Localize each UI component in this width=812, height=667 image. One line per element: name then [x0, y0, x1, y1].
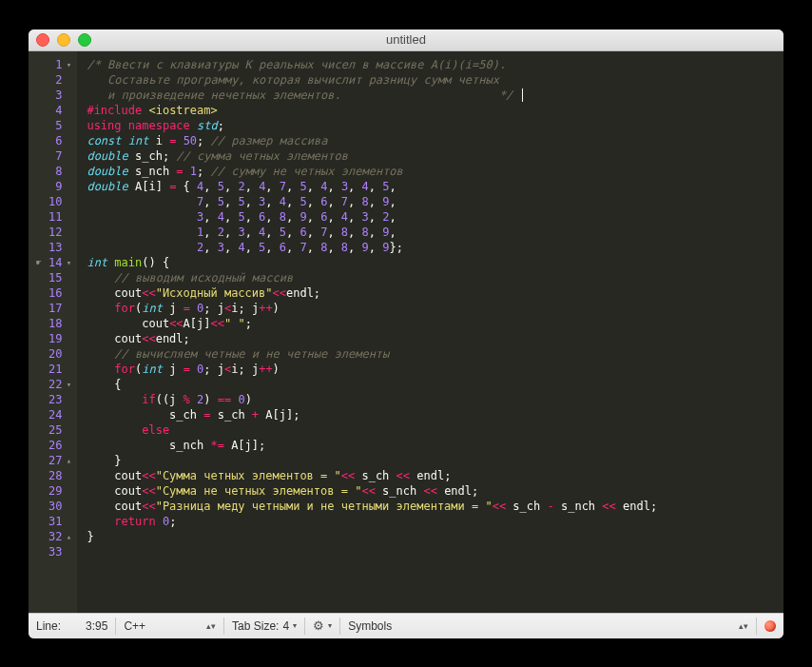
code-line[interactable]: double s_nch = 1; // сумму не четных эле… [87, 164, 783, 179]
gutter-row[interactable]: 4 [36, 103, 73, 118]
settings-button[interactable]: ⚙ ▾ [313, 618, 332, 633]
gutter-row[interactable]: 17 [36, 301, 73, 316]
text-cursor [522, 88, 523, 102]
gutter-row[interactable]: 33 [36, 544, 73, 559]
gutter-row[interactable]: 1▾ [36, 57, 73, 72]
gutter-row[interactable]: 9 [36, 179, 73, 194]
code-line[interactable]: 7, 5, 5, 3, 4, 5, 6, 7, 8, 9, [87, 194, 783, 209]
gutter-row[interactable]: 22▾ [36, 377, 73, 392]
statusbar-sep [223, 618, 224, 635]
gutter-row[interactable]: 6 [36, 133, 73, 148]
gutter-row[interactable]: 23 [36, 392, 73, 407]
fold-icon[interactable]: ▾ [64, 57, 73, 72]
language-label: C++ [124, 619, 145, 633]
gutter-row[interactable]: 21 [36, 362, 73, 377]
gutter-row[interactable]: 27▴ [36, 453, 73, 468]
gutter-row[interactable]: 16 [36, 285, 73, 301]
editor-area: 1▾2345678910111213☛14▾1516171819202122▾2… [29, 51, 783, 613]
gutter-row[interactable]: 24 [36, 407, 73, 422]
close-window-button[interactable] [36, 33, 49, 47]
window-title: untitled [29, 32, 783, 47]
status-bar: Line: 3:95 C++ ▴▾ Tab Size: 4 ▾ ⚙ ▾ Symb… [29, 613, 783, 638]
code-line[interactable]: for(int j = 0; j<i; j++) [87, 301, 783, 316]
fold-icon[interactable]: ▾ [64, 255, 73, 270]
code-line[interactable] [87, 544, 783, 559]
window-controls [36, 33, 91, 47]
gutter-row[interactable]: 10 [36, 194, 73, 209]
code-line[interactable]: s_nch *= A[j]; [87, 438, 783, 453]
code-line[interactable]: double s_ch; // сумма четных элементов [87, 148, 783, 164]
code-line[interactable]: } [87, 529, 783, 544]
code-line[interactable]: cout<<"Сумма не четных элементов = "<< s… [87, 483, 783, 499]
code-line[interactable]: { [87, 377, 783, 392]
code-line[interactable]: cout<<A[j]<<" "; [87, 316, 783, 331]
code-line[interactable]: int main() { [87, 255, 783, 270]
tab-size-selector[interactable]: Tab Size: 4 ▾ [232, 619, 297, 633]
code-line[interactable]: cout<<endl; [87, 331, 783, 346]
code-line[interactable]: s_ch = s_ch + A[j]; [87, 407, 783, 422]
code-line[interactable]: for(int j = 0; j<i; j++) [87, 362, 783, 377]
gutter-row[interactable]: 2 [36, 72, 73, 88]
code-line[interactable]: cout<<"Исходный массив"<<endl; [87, 285, 783, 301]
tab-size-label: Tab Size: [232, 619, 279, 633]
code-line[interactable]: // выводим исходный массив [87, 270, 783, 285]
code-line[interactable]: using namespace std; [87, 118, 783, 133]
fold-icon[interactable]: ▴ [64, 529, 73, 544]
fold-icon[interactable]: ▴ [64, 453, 73, 468]
gutter-row[interactable]: 11 [36, 209, 73, 225]
code-line[interactable]: return 0; [87, 514, 783, 529]
language-selector[interactable]: C++ ▴▾ [124, 619, 216, 633]
chevron-updown-icon[interactable]: ▴▾ [739, 623, 748, 629]
gutter-row[interactable]: 7 [36, 148, 73, 164]
gutter-row[interactable]: ☛14▾ [36, 255, 73, 270]
gutter-row[interactable]: 26 [36, 438, 73, 453]
maximize-window-button[interactable] [78, 33, 91, 47]
code-line[interactable]: cout<<"Сумма четных элементов = "<< s_ch… [87, 468, 783, 483]
code-line[interactable]: else [87, 422, 783, 438]
gutter-row[interactable]: 15 [36, 270, 73, 285]
gutter-row[interactable]: 12 [36, 225, 73, 240]
editor-window: untitled 1▾2345678910111213☛14▾151617181… [29, 29, 783, 638]
titlebar: untitled [29, 29, 783, 51]
chevron-down-icon: ▾ [293, 621, 297, 630]
fold-icon[interactable]: ▾ [64, 377, 73, 392]
gutter-row[interactable]: 30 [36, 499, 73, 514]
code-line[interactable]: double A[i] = { 4, 5, 2, 4, 7, 5, 4, 3, … [87, 179, 783, 194]
code-line[interactable]: cout<<"Разница меду четными и не четными… [87, 499, 783, 514]
statusbar-sep [115, 618, 116, 635]
code-line[interactable]: Составьте программу, которая вычислит ра… [87, 72, 783, 88]
gutter-row[interactable]: 31 [36, 514, 73, 529]
gutter-row[interactable]: 29 [36, 483, 73, 499]
symbols-label: Symbols [348, 619, 392, 633]
tab-size-value: 4 [282, 619, 289, 633]
gutter-row[interactable]: 20 [36, 346, 73, 362]
code-line[interactable]: 1, 2, 3, 4, 5, 6, 7, 8, 8, 9, [87, 225, 783, 240]
code-line[interactable]: const int i = 50; // размер массива [87, 133, 783, 148]
gutter-row[interactable]: 19 [36, 331, 73, 346]
gutter-row[interactable]: 28 [36, 468, 73, 483]
minimize-window-button[interactable] [57, 33, 70, 47]
code-line[interactable]: } [87, 453, 783, 468]
code-line[interactable]: 2, 3, 4, 5, 6, 7, 8, 8, 9, 9}; [87, 240, 783, 255]
gutter-row[interactable]: 25 [36, 422, 73, 438]
code-line[interactable]: #include <iostream> [87, 103, 783, 118]
gutter-row[interactable]: 32▴ [36, 529, 73, 544]
code-line[interactable]: /* Ввести с клавиатуры K реальных чисел … [87, 57, 783, 72]
line-gutter[interactable]: 1▾2345678910111213☛14▾1516171819202122▾2… [29, 51, 77, 613]
gutter-row[interactable]: 5 [36, 118, 73, 133]
statusbar-sep [756, 618, 757, 635]
code-line[interactable]: и произведение нечетных элементов. */ [87, 88, 783, 103]
gutter-row[interactable]: 3 [36, 88, 73, 103]
code-line[interactable]: if((j % 2) == 0) [87, 392, 783, 407]
gutter-row[interactable]: 13 [36, 240, 73, 255]
code-area[interactable]: /* Ввести с клавиатуры K реальных чисел … [77, 51, 783, 613]
gutter-row[interactable]: 18 [36, 316, 73, 331]
chevron-down-icon: ▾ [328, 621, 332, 630]
symbols-selector[interactable]: Symbols [348, 619, 392, 633]
chevron-updown-icon: ▴▾ [206, 623, 216, 629]
gutter-row[interactable]: 8 [36, 164, 73, 179]
record-indicator-icon[interactable] [764, 620, 776, 632]
code-line[interactable]: 3, 4, 5, 6, 8, 9, 6, 4, 3, 2, [87, 209, 783, 225]
line-col-value[interactable]: 3:95 [86, 619, 107, 633]
code-line[interactable]: // вычисляем четные и не четные элементы [87, 346, 783, 362]
